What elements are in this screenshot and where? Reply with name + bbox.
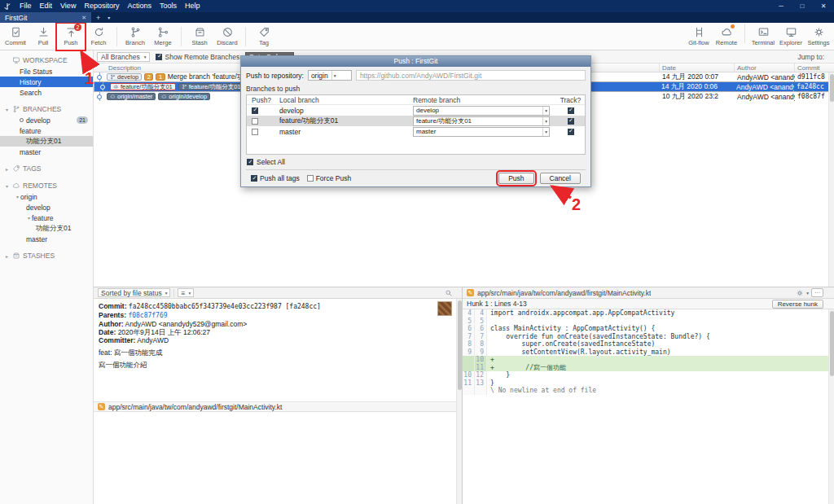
menu-file[interactable]: File [15, 0, 36, 12]
menu-edit[interactable]: Edit [36, 0, 57, 12]
toolbar-explorer-button[interactable]: Explorer [777, 24, 805, 50]
tab-list-chevron-icon[interactable]: ▾ [105, 12, 112, 23]
sidebar-remote-develop[interactable]: develop [0, 202, 93, 213]
branch-filter-dropdown[interactable]: All Branches▾ [97, 52, 150, 62]
sidebar-branch-master[interactable]: master [0, 147, 93, 157]
sort-dropdown[interactable]: Sorted by file status▾ [98, 288, 170, 297]
chevron-down-icon: ▾ [331, 71, 338, 80]
graph-lane [94, 92, 107, 101]
dialog-cancel-button[interactable]: Cancel [540, 173, 581, 184]
chevron-down-icon[interactable]: ▾ [4, 107, 10, 112]
remote-branch-select[interactable]: master▾ [413, 127, 550, 137]
chevron-down-icon[interactable]: ▾ [4, 183, 10, 189]
checkbox-checked-icon [247, 159, 253, 165]
branch-row-feature[interactable]: feature/功能分支01 feature/功能分支01▾ [247, 116, 585, 126]
tab-close-icon[interactable]: ✕ [81, 15, 86, 21]
force-push-checkbox[interactable]: Force Push [307, 174, 351, 182]
menu-tools[interactable]: Tools [156, 0, 181, 12]
toolbar-tag-button[interactable]: Tag [250, 24, 278, 50]
track-checkbox-checked[interactable] [568, 129, 574, 135]
close-button[interactable]: ✕ [813, 0, 834, 12]
sidebar-item-history[interactable]: History [0, 77, 93, 87]
push-dialog-title[interactable]: Push : FirstGit [241, 56, 590, 67]
view-options-dropdown[interactable]: ≡▾ [178, 288, 194, 297]
sidebar-section-branches[interactable]: ▾ BRANCHES [0, 103, 93, 115]
toolbar-pull-button[interactable]: Pull [29, 24, 57, 50]
toolbar-commit-button[interactable]: Commit [2, 24, 29, 50]
chevron-down-icon[interactable]: ▾ [26, 215, 32, 221]
push-all-tags-checkbox[interactable]: Push all tags [251, 174, 300, 182]
sidebar-section-stashes[interactable]: ▸ STASHES [0, 250, 93, 261]
push-checkbox-checked[interactable] [252, 107, 258, 114]
toolbar-fetch-button[interactable]: Fetch [85, 24, 112, 50]
toolbar-merge-button[interactable]: Merge [149, 24, 177, 50]
chevron-right-icon[interactable]: ▸ [4, 253, 10, 259]
commit-datetime: 2020年9月14日 上午 12:06:27 [118, 328, 210, 336]
column-author[interactable]: Author [735, 64, 795, 72]
chevron-down-icon[interactable]: ▾ [15, 194, 20, 199]
remote-branch-select[interactable]: develop▾ [413, 106, 550, 116]
sidebar-branch-develop[interactable]: develop 21 [0, 115, 93, 125]
commit-metadata: Commit: fa248cc4580bbabc65f343739e4e03cc… [94, 299, 462, 372]
sidebar-branch-feature[interactable]: feature [0, 125, 93, 136]
changed-file-row[interactable]: ✎ app/src/main/java/tw/com/andyawd/first… [94, 401, 462, 412]
parent-sha-link[interactable]: f08c87f769 [128, 312, 167, 319]
sidebar-branch-feature-01[interactable]: 功能分支01 [0, 136, 93, 147]
menu-repository[interactable]: Repository [80, 0, 123, 12]
toolbar-terminal-button[interactable]: Terminal [749, 24, 777, 50]
branch-row-master[interactable]: master master▾ [247, 126, 585, 137]
sidebar-remote-origin[interactable]: ▾ origin [0, 191, 93, 202]
branches-table-header: Push? Local branch Remote branch Track? [247, 95, 585, 105]
dialog-push-button[interactable]: Push [498, 173, 533, 184]
menu-view[interactable]: View [56, 0, 80, 12]
push-checkbox[interactable] [252, 129, 258, 135]
column-date[interactable]: Date [660, 64, 735, 72]
diff-vertical-scrollbar[interactable] [828, 309, 834, 504]
select-all-checkbox[interactable]: Select All [247, 158, 586, 166]
sidebar-item-file-status[interactable]: File Status [0, 66, 93, 77]
file-panel-scrollbar[interactable] [456, 299, 462, 504]
show-remote-branches-checkbox[interactable]: Show Remote Branches [156, 53, 239, 61]
toolbar-discard-button[interactable]: Discard [213, 24, 241, 50]
sidebar-section-remotes[interactable]: ▾ REMOTES [0, 180, 93, 191]
chevron-down-icon[interactable]: ▾ [806, 291, 809, 296]
tab-label: FirstGit [5, 14, 27, 22]
toolbar-separator [744, 24, 745, 43]
chevron-right-icon[interactable]: ▸ [4, 166, 10, 172]
graph-vertical-scrollbar[interactable] [828, 72, 834, 287]
repository-select[interactable]: origin ▾ [308, 70, 352, 81]
sidebar-remote-master[interactable]: master [0, 234, 93, 244]
hunk-label: Hunk 1 : Lines 4-13 [467, 300, 527, 308]
branch-row-develop[interactable]: develop develop▾ [247, 105, 585, 116]
tab-firstgit[interactable]: FirstGit ✕ [0, 12, 91, 23]
file-search-button[interactable] [445, 289, 458, 297]
sidebar: WORKSPACE File Status History Search ▾ B… [0, 50, 94, 504]
sidebar-section-tags[interactable]: ▸ TAGS [0, 163, 93, 174]
commit-sha: fa248cc [794, 83, 833, 90]
commit-author: AndyAWD <anandydy529@gmail.com> [735, 93, 795, 101]
track-checkbox-checked[interactable] [568, 107, 574, 114]
toolbar-remote-button[interactable]: Remote [713, 24, 740, 50]
checkbox-icon [307, 175, 314, 182]
reverse-hunk-button[interactable]: Reverse hunk [772, 300, 823, 309]
maximize-button[interactable]: □ [792, 0, 813, 12]
toolbar-settings-button[interactable]: Settings [805, 24, 832, 50]
minimize-button[interactable]: ─ [770, 0, 792, 12]
sidebar-remote-feature[interactable]: ▾ feature [0, 213, 93, 223]
menu-actions[interactable]: Actions [123, 0, 156, 12]
track-checkbox-checked[interactable] [568, 118, 574, 125]
menu-help[interactable]: Help [181, 0, 204, 12]
diff-options-gear-icon[interactable] [796, 289, 804, 297]
toolbar-gitflow-button[interactable]: Git-flow [685, 24, 713, 50]
new-tab-button[interactable]: + [91, 12, 105, 23]
sidebar-item-search[interactable]: Search [0, 87, 93, 98]
toolbar-push-button[interactable]: 2Push [57, 24, 85, 50]
column-commit[interactable]: Commit [795, 64, 834, 72]
push-checkbox[interactable] [252, 118, 258, 125]
more-actions-button[interactable]: ··· [811, 288, 823, 297]
toolbar-branch-button[interactable]: Branch [121, 24, 149, 50]
toolbar-stash-button[interactable]: Stash [186, 24, 213, 50]
remote-branch-select[interactable]: feature/功能分支01▾ [413, 116, 550, 126]
sidebar-remote-feature-01[interactable]: 功能分支01 [0, 223, 93, 234]
branches-table: Push? Local branch Remote branch Track? … [246, 94, 586, 155]
